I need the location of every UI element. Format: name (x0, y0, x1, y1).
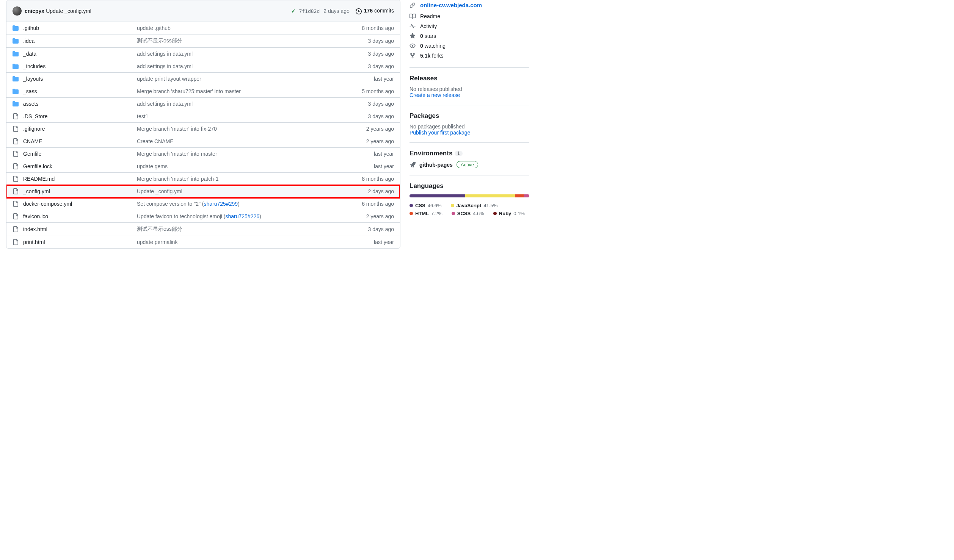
commit-message-link[interactable]: 测试不显示oss部分 (137, 38, 345, 44)
lang-dot (410, 212, 413, 215)
file-name-link[interactable]: index.html (23, 226, 47, 232)
file-name-link[interactable]: .gitignore (23, 126, 45, 132)
commit-message-link[interactable]: add settings in data.yml (137, 51, 345, 57)
environments-heading[interactable]: Environments 1 (410, 150, 529, 157)
watching-link[interactable]: 0 watching (410, 41, 529, 51)
stars-link[interactable]: 0 stars (410, 31, 529, 41)
folder-row: _data add settings in data.yml 3 days ag… (6, 48, 400, 60)
file-name-link[interactable]: _config.yml (23, 188, 50, 194)
history-link[interactable]: 176 commits (356, 8, 394, 14)
file-name-link[interactable]: print.html (23, 239, 45, 245)
env-status-badge: Active (457, 161, 478, 168)
folder-icon (13, 101, 23, 107)
lang-segment[interactable] (465, 194, 515, 197)
file-icon (13, 213, 23, 219)
file-row: index.html 测试不显示oss部分 3 days ago (6, 223, 400, 236)
commit-ago[interactable]: 2 days ago (323, 8, 350, 14)
forks-link[interactable]: 5.1k forks (410, 51, 529, 61)
history-icon (356, 8, 362, 14)
commit-message-link[interactable]: Set compose version to "2" (sharu725#299… (137, 201, 345, 207)
file-name-link[interactable]: _data (23, 51, 36, 57)
folder-icon (13, 25, 23, 31)
file-row: print.html update permalink last year (6, 236, 400, 248)
commit-message-link[interactable]: update gems (137, 163, 345, 169)
file-name-link[interactable]: _sass (23, 88, 37, 94)
file-name-link[interactable]: .github (23, 25, 39, 31)
file-list-box: cnicpyx Update _config.yml ✓ 7f1d82d 2 d… (6, 0, 400, 249)
check-icon[interactable]: ✓ (291, 8, 296, 14)
folder-icon (13, 51, 23, 57)
language-item[interactable]: CSS 46.6% (410, 203, 442, 208)
activity-link[interactable]: Activity (410, 21, 529, 31)
file-name-link[interactable]: _includes (23, 63, 46, 69)
pr-link[interactable]: sharu725#299 (204, 201, 238, 207)
file-name-link[interactable]: docker-compose.yml (23, 201, 72, 207)
commit-message-link[interactable]: Update favicon to technologist emoji (sh… (137, 213, 345, 219)
lang-segment[interactable] (410, 194, 465, 197)
languages-list: CSS 46.6% JavaScript 41.5% HTML 7.2% SCS… (410, 203, 529, 216)
file-name-link[interactable]: Gemfile.lock (23, 163, 52, 169)
commit-message-link[interactable]: Merge branch 'master' into master (137, 151, 345, 157)
latest-commit-header: cnicpyx Update _config.yml ✓ 7f1d82d 2 d… (6, 0, 400, 22)
folder-icon (13, 63, 23, 69)
author-link[interactable]: cnicpyx (25, 8, 44, 14)
commit-message-link[interactable]: Create CNAME (137, 138, 345, 144)
file-name-link[interactable]: README.md (23, 176, 55, 182)
file-icon (13, 126, 23, 132)
file-ago: 2 years ago (345, 138, 394, 144)
create-release-link[interactable]: Create a new release (410, 92, 460, 98)
language-item[interactable]: HTML 7.2% (410, 211, 442, 216)
file-row: docker-compose.yml Set compose version t… (6, 198, 400, 210)
file-icon (13, 226, 23, 232)
folder-row: _includes add settings in data.yml 3 day… (6, 60, 400, 73)
language-item[interactable]: JavaScript 41.5% (451, 203, 498, 208)
link-icon (410, 2, 416, 8)
file-ago: 3 days ago (345, 101, 394, 107)
publish-package-link[interactable]: Publish your first package (410, 130, 470, 136)
language-item[interactable]: Ruby 0.1% (493, 211, 525, 216)
commit-message[interactable]: Update _config.yml (46, 8, 91, 14)
file-name-link[interactable]: _layouts (23, 76, 43, 82)
languages-heading: Languages (410, 182, 529, 190)
file-name-link[interactable]: assets (23, 101, 38, 107)
commit-hash[interactable]: 7f1d82d (299, 8, 320, 14)
folder-row: .github update .github 8 months ago (6, 22, 400, 34)
packages-heading[interactable]: Packages (410, 112, 529, 120)
file-ago: 3 days ago (345, 63, 394, 69)
file-ago: 8 months ago (345, 25, 394, 31)
website-link[interactable]: online-cv.webjeda.com (420, 2, 482, 8)
commit-message-link[interactable]: Merge branch 'sharu725:master' into mast… (137, 88, 345, 94)
file-icon (13, 151, 23, 157)
commit-message-link[interactable]: 测试不显示oss部分 (137, 226, 345, 233)
languages-bar (410, 194, 529, 197)
file-name-link[interactable]: favicon.ico (23, 213, 48, 219)
folder-row: _sass Merge branch 'sharu725:master' int… (6, 85, 400, 98)
file-name-link[interactable]: .idea (23, 38, 35, 44)
file-ago: last year (345, 239, 394, 245)
commit-message-link[interactable]: update print layout wrapper (137, 76, 345, 82)
file-icon (13, 239, 23, 245)
file-name-link[interactable]: .DS_Store (23, 113, 48, 119)
pr-link[interactable]: sharu725#226 (225, 213, 259, 219)
releases-heading[interactable]: Releases (410, 75, 529, 82)
commit-message-link[interactable]: Merge branch 'master' into fix-270 (137, 126, 345, 132)
language-item[interactable]: SCSS 4.6% (452, 211, 484, 216)
file-name-link[interactable]: Gemfile (23, 151, 41, 157)
environment-name[interactable]: github-pages (419, 162, 453, 168)
commit-message-link[interactable]: update permalink (137, 239, 345, 245)
file-name-link[interactable]: CNAME (23, 138, 42, 144)
lang-segment[interactable] (515, 194, 524, 197)
commit-message-link[interactable]: add settings in data.yml (137, 101, 345, 107)
readme-link[interactable]: Readme (410, 11, 529, 21)
file-ago: 2 days ago (345, 188, 394, 194)
file-icon (13, 176, 23, 182)
commit-message-link[interactable]: Update _config.yml (137, 188, 345, 194)
avatar[interactable] (13, 6, 22, 16)
file-ago: last year (345, 163, 394, 169)
lang-segment[interactable] (524, 194, 529, 197)
file-row: _config.yml Update _config.yml 2 days ag… (6, 185, 400, 198)
commit-message-link[interactable]: update .github (137, 25, 345, 31)
commit-message-link[interactable]: test1 (137, 113, 345, 119)
commit-message-link[interactable]: Merge branch 'master' into patch-1 (137, 176, 345, 182)
commit-message-link[interactable]: add settings in data.yml (137, 63, 345, 69)
